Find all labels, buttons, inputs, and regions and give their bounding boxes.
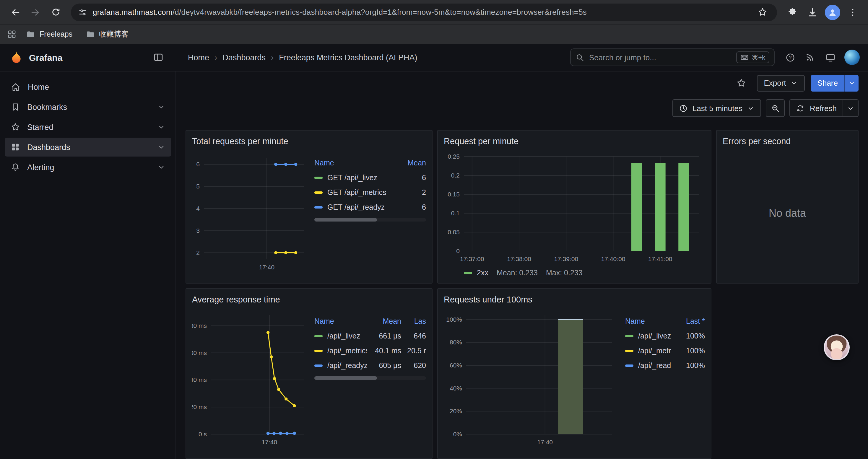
sidebar-item-dashboards[interactable]: Dashboards — [5, 138, 172, 157]
bookmark-folder-freeleaps[interactable]: Freeleaps — [21, 27, 77, 41]
sidebar-item-alerting[interactable]: Alerting — [5, 158, 172, 177]
breadcrumb-home[interactable]: Home — [188, 53, 209, 62]
zoom-out-button[interactable] — [766, 99, 785, 117]
svg-text:20 ms: 20 ms — [192, 403, 207, 410]
bookmarks-bar: Freeleaps 收藏博客 — [0, 24, 868, 44]
favorite-dashboard-button[interactable] — [732, 73, 751, 93]
panel-title[interactable]: Request per minute — [444, 134, 705, 148]
svg-text:0.1: 0.1 — [451, 210, 460, 217]
panel-errors-per-second: Errors per second No data — [716, 130, 859, 284]
forward-button[interactable] — [26, 3, 45, 22]
clock-icon — [679, 104, 688, 112]
sidebar-item-bookmarks[interactable]: Bookmarks — [5, 97, 172, 117]
legend-item[interactable]: 2xx — [464, 269, 488, 277]
sidebar-item-home[interactable]: Home — [5, 77, 172, 96]
legend-row[interactable]: /api/_livez661 µs646 — [314, 328, 426, 343]
extensions-button[interactable] — [783, 3, 802, 22]
browser-menu-button[interactable] — [843, 3, 862, 22]
legend-row[interactable]: /api/_metrics40.1 ms20.5 r — [314, 343, 426, 358]
refresh-interval-button[interactable] — [843, 99, 859, 117]
search-box[interactable]: ⌘+k — [570, 48, 775, 66]
legend-column-header[interactable]: Mean — [392, 159, 426, 167]
timeseries-chart[interactable]: 17:4023456 — [192, 152, 307, 273]
back-arrow-icon — [10, 7, 21, 18]
refresh-icon — [796, 104, 805, 112]
bar-chart[interactable]: 17:37:0017:38:0017:39:0017:40:0017:41:00… — [444, 152, 704, 265]
folder-icon — [26, 30, 35, 39]
legend-column-header[interactable]: Las — [401, 317, 426, 325]
search-input[interactable] — [589, 53, 732, 62]
timeseries-chart[interactable]: 17:400 s20 ms40 ms60 ms80 ms — [192, 310, 307, 448]
legend-row[interactable]: GET /api/_livez6 — [314, 170, 426, 185]
reload-icon — [51, 7, 61, 17]
kiosk-mode-button[interactable] — [821, 48, 840, 67]
floating-avatar-widget[interactable] — [824, 334, 850, 360]
back-button[interactable] — [6, 3, 25, 22]
series-color-dash — [625, 350, 633, 352]
svg-text:17:40: 17:40 — [537, 438, 553, 446]
sidebar-item-label: Bookmarks — [27, 102, 67, 111]
chevron-down-icon[interactable] — [157, 143, 165, 151]
chevron-down-icon[interactable] — [157, 163, 165, 171]
time-range-picker[interactable]: Last 5 minutes — [673, 99, 761, 117]
legend-column-header[interactable]: Name — [314, 317, 367, 325]
legend-column-header[interactable]: Name — [314, 159, 392, 167]
browser-toolbar: grafana.mathmast.com/d/deytv4rwavabkb/fr… — [0, 0, 868, 24]
refresh-button[interactable]: Refresh — [790, 99, 843, 117]
legend-column-header[interactable]: Name — [625, 317, 671, 325]
apps-grid-icon[interactable] — [7, 30, 17, 39]
legend-column-header[interactable]: Mean — [367, 317, 401, 325]
folder-icon — [85, 30, 95, 39]
breadcrumb-dashboards[interactable]: Dashboards — [215, 53, 266, 62]
news-button[interactable] — [801, 48, 819, 67]
legend-scrollbar[interactable] — [314, 376, 426, 380]
chevron-down-icon[interactable] — [157, 123, 165, 131]
svg-text:2: 2 — [196, 249, 200, 256]
svg-text:6: 6 — [196, 161, 200, 167]
panel-title[interactable]: Errors per second — [723, 134, 852, 148]
bookmark-folder-blog[interactable]: 收藏博客 — [81, 27, 133, 42]
chevron-down-icon[interactable] — [157, 103, 165, 111]
series-color-dash — [314, 350, 322, 352]
svg-text:17:41:00: 17:41:00 — [648, 256, 673, 262]
share-menu-button[interactable] — [844, 75, 859, 91]
legend-row[interactable]: /api/_livez100% — [625, 328, 705, 343]
url-bar[interactable]: grafana.mathmast.com/d/deytv4rwavabkb/fr… — [71, 3, 777, 21]
sidebar-item-label: Starred — [27, 123, 54, 131]
chevron-down-icon — [847, 104, 855, 112]
bookmark-icon — [11, 102, 20, 112]
site-settings-icon[interactable] — [78, 7, 88, 17]
svg-text:0 s: 0 s — [198, 431, 207, 437]
brand-name: Grafana — [29, 52, 62, 62]
legend-scrollbar[interactable] — [314, 218, 426, 222]
panel-title[interactable]: Average response time — [192, 292, 426, 306]
sidebar-item-starred[interactable]: Starred — [5, 118, 172, 136]
grafana-logo[interactable] — [9, 51, 23, 64]
reload-button[interactable] — [46, 3, 65, 22]
panel-title[interactable]: Total requests per minute — [192, 134, 426, 148]
legend-row[interactable]: /api/_readyz605 µs620 — [314, 358, 426, 373]
browser-profile-avatar[interactable] — [825, 4, 840, 20]
help-button[interactable]: ? — [780, 48, 800, 67]
series-color-dash — [314, 335, 322, 337]
legend-row[interactable]: GET /api/_metrics2 — [314, 185, 426, 200]
svg-text:80 ms: 80 ms — [192, 322, 207, 329]
svg-text:80%: 80% — [450, 339, 462, 346]
legend-row[interactable]: /api/_readyz100% — [625, 358, 705, 373]
bar-chart[interactable]: 17:400%20%40%60%80%100% — [444, 310, 618, 448]
series-color-dash — [314, 364, 322, 366]
share-button[interactable]: Share — [811, 75, 844, 91]
panel-title[interactable]: Requests under 100ms — [444, 292, 705, 306]
export-button[interactable]: Export — [756, 75, 805, 91]
series-color-dash — [625, 364, 633, 366]
sidebar-toggle-button[interactable] — [149, 48, 168, 67]
legend-row[interactable]: GET /api/_readyz6 — [314, 200, 426, 215]
legend-row[interactable]: /api/_metrics100% — [625, 343, 705, 358]
user-avatar[interactable] — [844, 50, 860, 65]
legend-column-header[interactable]: Last * — [671, 317, 705, 325]
svg-text:17:38:00: 17:38:00 — [507, 256, 531, 262]
svg-text:17:40: 17:40 — [259, 264, 275, 270]
url-text[interactable]: grafana.mathmast.com/d/deytv4rwavabkb/fr… — [93, 8, 754, 17]
downloads-button[interactable] — [803, 3, 822, 22]
bookmark-star-button[interactable] — [754, 4, 770, 20]
